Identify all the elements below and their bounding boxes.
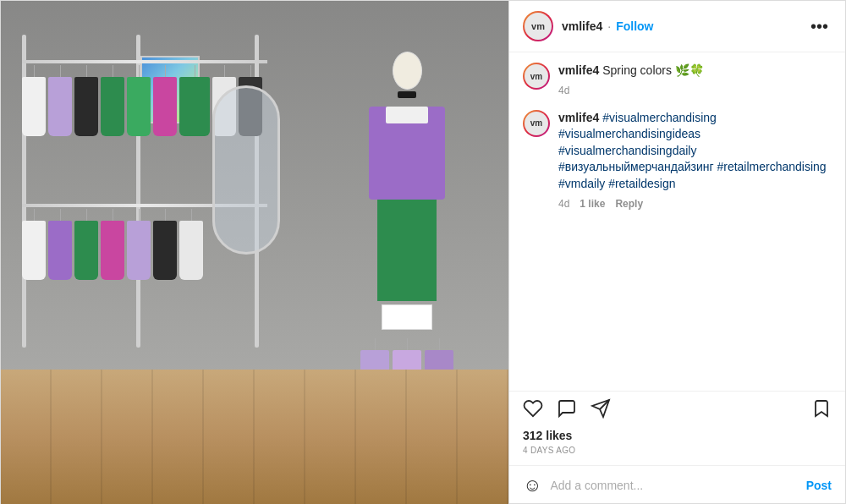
like-button[interactable] bbox=[523, 398, 543, 422]
caption-comment: vm vmlife4Spring colors 🌿🍀 4d bbox=[523, 63, 832, 96]
bookmark-button[interactable] bbox=[811, 398, 832, 422]
dot-separator: · bbox=[607, 19, 611, 33]
post-comment-button[interactable]: Post bbox=[806, 479, 832, 492]
header-user-info: vmlife4 · Follow bbox=[562, 19, 799, 33]
hashtag-time: 4d bbox=[558, 198, 569, 210]
action-icons-row bbox=[523, 398, 832, 422]
caption-username[interactable]: vmlife4 bbox=[558, 63, 599, 77]
hashtag-comment: vm vmlife4#visualmerchandising #visualme… bbox=[523, 110, 832, 210]
hashtag-text: vmlife4#visualmerchandising #visualmerch… bbox=[558, 110, 832, 193]
actions-bar: 312 likes 4 DAYS AGO bbox=[509, 391, 845, 465]
add-comment-area: ☺ Post bbox=[509, 465, 845, 504]
post-sidebar: vm vmlife4 · Follow ••• vm vmlife4Spring… bbox=[508, 1, 845, 504]
share-button[interactable] bbox=[591, 398, 611, 422]
avatar-inner: vm bbox=[525, 13, 552, 40]
hashtag-content: vmlife4#visualmerchandising #visualmerch… bbox=[558, 110, 832, 210]
instagram-post: vm vmlife4 · Follow ••• vm vmlife4Spring… bbox=[0, 0, 846, 504]
caption-avatar[interactable]: vm bbox=[523, 63, 550, 90]
comment-input[interactable] bbox=[550, 479, 797, 492]
hashtag-likes: 1 like bbox=[580, 198, 605, 210]
caption-meta: 4d bbox=[558, 85, 832, 96]
hashtag-meta: 4d 1 like Reply bbox=[558, 198, 832, 210]
likes-count: 312 likes bbox=[523, 429, 832, 442]
header-username[interactable]: vmlife4 bbox=[562, 19, 602, 33]
post-header: vm vmlife4 · Follow ••• bbox=[509, 1, 845, 52]
comments-area[interactable]: vm vmlife4Spring colors 🌿🍀 4d vm bbox=[509, 52, 845, 391]
hashtag-avatar-inner: vm bbox=[525, 112, 548, 135]
user-avatar[interactable]: vm bbox=[523, 11, 553, 41]
mannequin bbox=[356, 52, 458, 348]
hashtag-username[interactable]: vmlife4 bbox=[558, 111, 599, 124]
caption-content: vmlife4Spring colors 🌿🍀 4d bbox=[558, 63, 832, 96]
caption-body: Spring colors 🌿🍀 bbox=[602, 63, 704, 77]
caption-text: vmlife4Spring colors 🌿🍀 bbox=[558, 63, 832, 79]
caption-avatar-inner: vm bbox=[525, 64, 548, 88]
store-floor bbox=[1, 370, 508, 504]
hashtag-avatar[interactable]: vm bbox=[523, 110, 550, 137]
post-image bbox=[1, 1, 508, 504]
emoji-button[interactable]: ☺ bbox=[523, 474, 541, 496]
post-timestamp: 4 DAYS AGO bbox=[523, 446, 832, 455]
caption-time: 4d bbox=[558, 85, 569, 96]
comment-button[interactable] bbox=[557, 398, 577, 422]
follow-button[interactable]: Follow bbox=[616, 19, 653, 33]
hashtag-reply-btn[interactable]: Reply bbox=[615, 198, 643, 210]
store-mirror bbox=[212, 85, 280, 255]
more-options-button[interactable]: ••• bbox=[807, 18, 832, 35]
